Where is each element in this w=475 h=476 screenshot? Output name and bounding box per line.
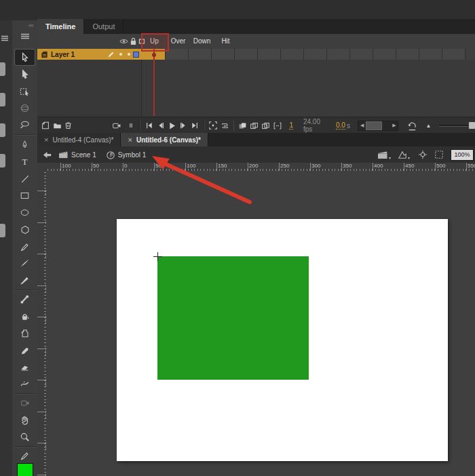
breadcrumb-symbol[interactable]: Symbol 1 (118, 151, 147, 159)
show-hide-dot[interactable] (119, 53, 122, 56)
current-frame-indicator[interactable]: 1 (289, 121, 293, 130)
frame-cell[interactable] (373, 49, 396, 60)
panel-menu-icon[interactable] (0, 35, 10, 41)
rectangle-tool[interactable] (15, 188, 35, 203)
selection-tool[interactable] (15, 49, 35, 65)
visibility-icon[interactable] (119, 36, 128, 47)
loop-playback-button[interactable] (219, 119, 231, 132)
zoom-tool[interactable] (15, 429, 35, 445)
center-frame-icon[interactable] (418, 150, 428, 159)
frame-cell[interactable] (281, 49, 304, 60)
frame-rate-indicator[interactable]: 24.00 fps (303, 118, 330, 133)
playhead-line[interactable] (153, 48, 155, 116)
fill-color-swatch[interactable] (15, 463, 35, 476)
step-back-button[interactable] (155, 119, 166, 132)
panel-splitter[interactable] (126, 119, 137, 132)
edit-symbol-icon[interactable] (398, 151, 407, 159)
undo-button[interactable] (406, 119, 418, 132)
eyedropper-tool[interactable] (15, 342, 35, 358)
frame-cell[interactable] (442, 49, 466, 60)
frame-cell[interactable] (258, 49, 281, 60)
clipped-panel-button[interactable] (0, 154, 5, 167)
slider-thumb[interactable] (468, 121, 475, 130)
frame-cell[interactable] (212, 49, 235, 60)
frame-cell[interactable] (304, 49, 327, 60)
frame-cell[interactable] (350, 49, 373, 60)
zoom-level-input[interactable]: 100% (451, 149, 474, 161)
frame-cell[interactable] (419, 49, 442, 60)
edit-scene-icon[interactable] (377, 151, 388, 159)
scroll-right-icon[interactable]: ▶ (390, 123, 398, 128)
lasso-tool[interactable] (15, 117, 35, 133)
fill-color-swatch[interactable] (17, 463, 33, 476)
polystar-tool[interactable] (15, 222, 35, 237)
breadcrumb-scene[interactable]: Scene 1 (71, 151, 96, 159)
lock-dot[interactable] (128, 53, 130, 56)
stroke-color-control[interactable] (15, 448, 35, 463)
scroll-left-icon[interactable]: ◀ (358, 123, 366, 128)
paint-brush-tool[interactable] (15, 256, 35, 271)
onion-skin-outlines-button[interactable] (248, 119, 260, 132)
doc-tab-untitled-6[interactable]: Untitled-6 (Canvas)* (121, 133, 208, 146)
edit-multiple-frames-button[interactable] (260, 119, 271, 132)
pencil-tool[interactable] (15, 239, 35, 254)
line-tool[interactable] (15, 171, 35, 186)
clipped-panel-button[interactable] (0, 62, 5, 76)
lock-icon[interactable] (128, 36, 138, 47)
eraser-tool[interactable] (15, 359, 35, 375)
free-transform-tool[interactable] (15, 83, 35, 99)
center-frame-icon (208, 121, 218, 130)
step-forward-button[interactable] (178, 119, 189, 132)
ink-bottle-tool[interactable] (15, 325, 35, 341)
go-to-first-frame-button[interactable] (143, 119, 155, 132)
pasteboard[interactable] (46, 171, 475, 476)
delete-layer-button[interactable] (63, 119, 75, 132)
width-tool[interactable] (15, 376, 35, 392)
close-icon[interactable] (128, 136, 132, 143)
center-frame-button[interactable] (208, 119, 219, 132)
text-tool[interactable]: T (15, 154, 35, 170)
go-to-last-frame-button[interactable] (189, 119, 201, 132)
clipped-panel-button[interactable] (0, 123, 5, 137)
paint-bucket-tool[interactable] (15, 309, 35, 324)
frame-cell[interactable] (189, 49, 212, 60)
back-arrow-icon[interactable] (43, 151, 52, 159)
collapse-to-icons-button[interactable]: << (12, 20, 37, 28)
oval-tool[interactable] (15, 205, 35, 220)
layer-row[interactable]: Layer 1 (37, 49, 142, 60)
frame-grid-row[interactable] (142, 49, 475, 60)
pen-tool[interactable] (15, 137, 35, 153)
frame-cell[interactable] (396, 49, 419, 60)
timeline-horizontal-scrollbar[interactable]: ◀▶ (358, 121, 398, 131)
frame-cell[interactable] (235, 49, 258, 60)
new-layer-button[interactable] (40, 119, 52, 132)
elapsed-time-value[interactable]: 0.0 (336, 121, 345, 130)
subselection-tool[interactable] (15, 66, 35, 82)
tab-output[interactable]: Output (84, 19, 124, 34)
brush-tool[interactable] (15, 273, 35, 288)
clip-content-icon[interactable] (434, 150, 444, 159)
ruler-major-tick (466, 163, 467, 171)
clipped-panel-button[interactable] (0, 93, 5, 106)
hand-tool[interactable] (15, 412, 35, 428)
collapse-timeline-button[interactable]: ▲ (423, 119, 434, 132)
bone-tool[interactable] (15, 292, 35, 307)
scrollbar-thumb[interactable] (366, 121, 382, 130)
new-folder-button[interactable] (52, 119, 63, 132)
frames-area[interactable] (141, 60, 475, 117)
symbol-green-rectangle[interactable] (157, 256, 309, 380)
frame-cell[interactable] (166, 49, 189, 60)
tab-timeline[interactable]: Timeline (37, 19, 84, 34)
doc-tab-untitled-4[interactable]: Untitled-4 (Canvas)* (37, 133, 121, 146)
frame-cell[interactable] (327, 49, 350, 60)
close-icon[interactable] (44, 136, 48, 143)
onion-skin-button[interactable] (237, 119, 248, 132)
outline-color-square[interactable] (133, 52, 139, 58)
stage[interactable] (117, 219, 448, 461)
tools-panel-menu-icon[interactable] (18, 31, 32, 41)
modify-markers-button[interactable] (271, 119, 283, 132)
timeline-zoom-slider[interactable] (439, 119, 475, 132)
layer-name[interactable]: Layer 1 (51, 51, 107, 58)
clipped-panel-button[interactable] (0, 224, 5, 237)
play-button[interactable] (166, 119, 178, 132)
